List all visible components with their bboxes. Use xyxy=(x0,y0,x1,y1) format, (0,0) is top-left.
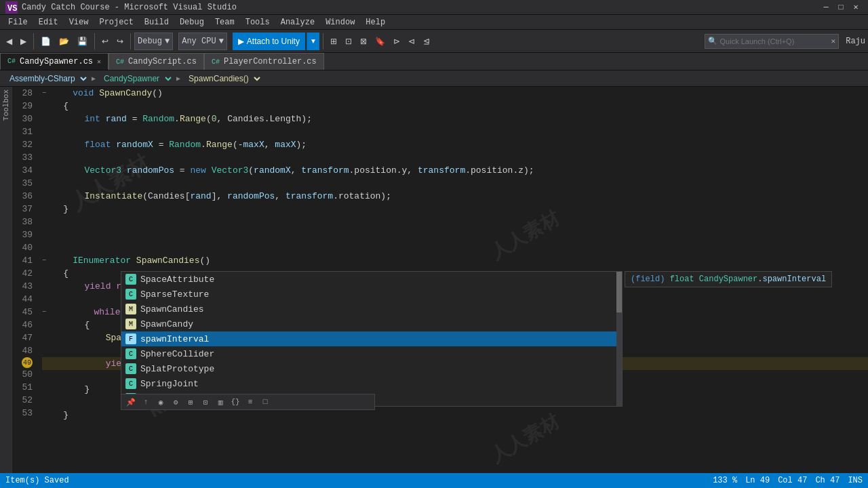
main-area: Toolbox 28 29 30 31 32 33 34 35 36 37 38… xyxy=(0,87,868,473)
maximize-button[interactable]: □ xyxy=(834,2,848,13)
code-line-30: int rand = Random.Range(0, Candies.Lengt… xyxy=(42,113,868,125)
mini-tb-braces[interactable]: {} xyxy=(229,396,242,408)
autocomplete-dropdown[interactable]: C SpaceAttribute C SparseTexture M Spawn… xyxy=(121,271,623,407)
nav-arrow-1: ▶ xyxy=(92,75,96,83)
save-button[interactable]: 💾 xyxy=(74,32,91,51)
toolbar-btn-2[interactable]: ⊡ xyxy=(342,32,355,51)
ac-item-spawn-candies[interactable]: M SpawnCandies xyxy=(121,302,622,317)
ac-item-spawn-candy[interactable]: M SpawnCandy xyxy=(121,317,622,331)
ac-icon-class: C xyxy=(125,274,136,285)
code-line-39 xyxy=(42,228,868,241)
menu-edit[interactable]: Edit xyxy=(33,16,64,28)
ac-scrollbar-thumb[interactable] xyxy=(616,272,622,312)
mini-tb-arrow[interactable]: ↑ xyxy=(139,396,153,408)
ac-item-spawn-interval[interactable]: F spawnInterval xyxy=(121,331,622,346)
code-line-29: { xyxy=(42,100,868,113)
toolbar-btn-1[interactable]: ⊞ xyxy=(327,32,340,51)
ac-icon-class-3: C xyxy=(125,348,136,359)
ac-label-sphere-collider: SphereCollider xyxy=(140,349,214,359)
attach-button-label: Attach to Unity xyxy=(247,37,300,46)
menu-project[interactable]: Project xyxy=(94,16,138,28)
forward-button[interactable]: ▶ xyxy=(17,32,30,51)
menu-debug[interactable]: Debug xyxy=(174,16,210,28)
toolbar-btn-7[interactable]: ⊴ xyxy=(420,32,433,51)
ac-item-sphere-collider[interactable]: C SphereCollider xyxy=(121,346,622,361)
redo-button[interactable]: ↪ xyxy=(113,32,127,51)
mini-tb-home[interactable]: ⊞ xyxy=(184,396,197,408)
code-line-41: − IEnumerator SpawnCandies() xyxy=(42,254,868,267)
ac-scrollbar[interactable] xyxy=(616,272,622,406)
ac-label-spring-joint: SpringJoint xyxy=(140,379,199,389)
code-line-36: Instantiate(Candies[rand], randomPos, tr… xyxy=(42,190,868,203)
assembly-dropdown[interactable]: Assembly-CSharp xyxy=(4,73,89,85)
code-line-37: } xyxy=(42,203,868,216)
status-col: Col 47 xyxy=(778,476,807,485)
code-line-40 xyxy=(42,241,868,254)
toolbox-panel[interactable]: Toolbox xyxy=(0,87,12,473)
ac-icon-class-4: C xyxy=(125,363,136,374)
ac-item-spring-joint[interactable]: C SpringJoint xyxy=(121,376,622,391)
menu-build[interactable]: Build xyxy=(139,16,174,28)
code-line-38 xyxy=(42,216,868,228)
menu-view[interactable]: View xyxy=(64,16,94,28)
tab-candy-spawner-label: CandySpawner.cs xyxy=(20,57,93,66)
tab-candy-spawner[interactable]: C# CandySpawner.cs ✕ xyxy=(0,53,108,70)
title-text: Candy Catch Course - Microsoft Visual St… xyxy=(22,3,237,12)
mini-tb-settings[interactable]: ⚙ xyxy=(169,396,182,408)
search-icon: 🔍 xyxy=(708,37,717,45)
mini-tb-layout[interactable]: ▥ xyxy=(214,396,227,408)
menu-file[interactable]: File xyxy=(3,16,33,28)
toolbar-btn-4[interactable]: 🔖 xyxy=(372,32,389,51)
ac-label-spawn-interval: spawnInterval xyxy=(140,334,209,344)
tab-player-controller[interactable]: C# PlayerController.cs xyxy=(204,53,324,70)
back-button[interactable]: ◀ xyxy=(3,32,16,51)
class-dropdown[interactable]: CandySpawner xyxy=(98,73,174,85)
quick-launch-input[interactable] xyxy=(720,37,829,45)
open-file-button[interactable]: 📂 xyxy=(56,32,73,51)
debug-mode-dropdown[interactable]: Debug ▼ xyxy=(134,33,173,50)
autocomplete-mini-toolbar: 📌 ↑ ◉ ⚙ ⊞ ⊡ ▥ {} ≡ □ xyxy=(121,394,375,410)
line-numbers: 28 29 30 31 32 33 34 35 36 37 38 39 40 4… xyxy=(12,87,39,473)
code-line-34: Vector3 randomPos = new Vector3(randomX,… xyxy=(42,164,868,177)
menu-tools[interactable]: Tools xyxy=(240,16,275,28)
ac-label-spawn-candies: SpawnCandies xyxy=(140,304,204,314)
attach-dropdown-button[interactable]: ▼ xyxy=(307,33,319,50)
code-line-28: − void SpawnCandy() xyxy=(42,87,868,100)
menu-help[interactable]: Help xyxy=(360,16,391,28)
user-label[interactable]: Raju xyxy=(846,37,865,46)
ac-item-splat-prototype[interactable]: C SplatPrototype xyxy=(121,361,622,376)
title-bar: VS Candy Catch Course - Microsoft Visual… xyxy=(0,0,868,15)
platform-dropdown[interactable]: Any CPU ▼ xyxy=(178,33,227,50)
toolbar-btn-6[interactable]: ⊲ xyxy=(405,32,418,51)
mini-tb-rect[interactable]: □ xyxy=(258,396,272,408)
mini-tb-lines[interactable]: ≡ xyxy=(243,396,257,408)
ac-label-sparse-texture: SparseTexture xyxy=(140,289,209,300)
undo-button[interactable]: ↩ xyxy=(98,32,112,51)
svg-text:VS: VS xyxy=(7,4,17,14)
menu-window[interactable]: Window xyxy=(320,16,360,28)
tab-candy-spawner-close[interactable]: ✕ xyxy=(97,58,101,66)
tab-candy-script[interactable]: C# CandyScript.cs xyxy=(108,53,204,70)
menu-analyze[interactable]: Analyze xyxy=(275,16,320,28)
minimize-button[interactable]: ─ xyxy=(819,2,833,13)
toolbar-btn-5[interactable]: ⊳ xyxy=(390,32,403,51)
zoom-level[interactable]: 133 % xyxy=(713,476,737,485)
attach-to-unity-button[interactable]: ▶ Attach to Unity xyxy=(233,33,305,50)
method-dropdown[interactable]: SpawnCandies() xyxy=(183,73,262,85)
ac-label-splat-prototype: SplatPrototype xyxy=(140,364,214,374)
code-editor[interactable]: 28 29 30 31 32 33 34 35 36 37 38 39 40 4… xyxy=(12,87,868,473)
mini-tb-pin[interactable]: 📌 xyxy=(124,396,138,408)
new-file-button[interactable]: 📄 xyxy=(37,32,54,51)
ac-item-space-attribute[interactable]: C SpaceAttribute xyxy=(121,272,622,287)
code-line-35 xyxy=(42,177,868,190)
mini-tb-grid[interactable]: ⊡ xyxy=(199,396,212,408)
menu-team[interactable]: Team xyxy=(210,16,240,28)
tab-candy-script-label: CandyScript.cs xyxy=(128,57,197,66)
ac-item-sparse-texture[interactable]: C SparseTexture xyxy=(121,287,622,302)
close-button[interactable]: ✕ xyxy=(849,2,863,13)
vs-logo-icon: VS xyxy=(5,1,18,14)
mini-tb-circle[interactable]: ◉ xyxy=(154,396,167,408)
nav-arrow-2: ▶ xyxy=(176,75,180,83)
menu-bar: File Edit View Project Build Debug Team … xyxy=(0,15,868,30)
toolbar-btn-3[interactable]: ⊠ xyxy=(357,32,370,51)
